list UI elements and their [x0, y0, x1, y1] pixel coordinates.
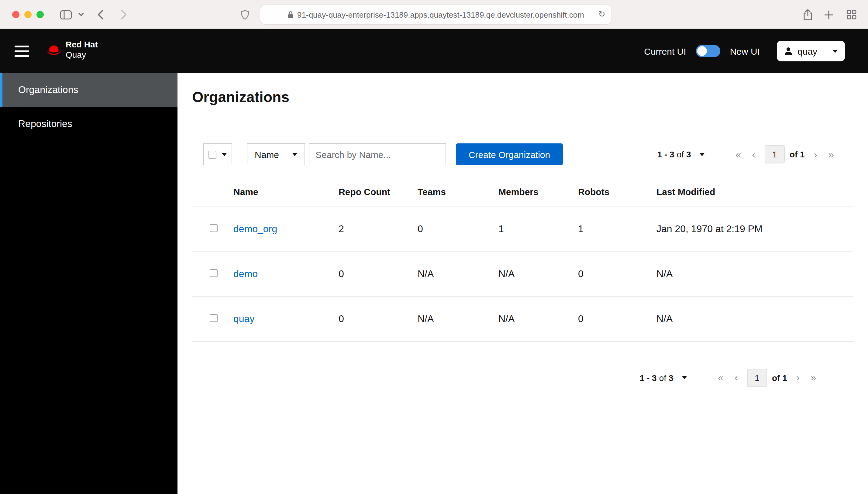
- chevron-down-icon: [700, 153, 704, 156]
- chevron-down-icon: [293, 153, 297, 156]
- pagination-of-word: of: [659, 373, 666, 382]
- next-page-button[interactable]: ›: [791, 373, 805, 383]
- next-page-button[interactable]: ›: [808, 149, 823, 159]
- cell-teams: 0: [418, 207, 498, 251]
- column-header-members: Members: [498, 177, 578, 207]
- browser-toolbar: 91-quay-quay-enterprise-13189.apps.quayt…: [0, 0, 868, 29]
- main-content: Organizations Name Create Organization 1…: [177, 73, 868, 494]
- ui-toggle-switch[interactable]: [696, 45, 720, 57]
- pagination-bottom: 1 - 3 of 3 « ‹ of 1 › »: [640, 368, 822, 387]
- cell-robots: 0: [578, 251, 657, 297]
- select-all-checkbox[interactable]: [208, 150, 216, 158]
- new-tab-icon[interactable]: [824, 0, 833, 29]
- address-bar[interactable]: 91-quay-quay-enterprise-13189.apps.quayt…: [260, 5, 611, 24]
- chevron-down-icon: [682, 376, 687, 379]
- previous-page-button[interactable]: ‹: [729, 373, 743, 383]
- sidebar-chevron-icon[interactable]: [78, 0, 84, 29]
- column-header-repo-count: Repo Count: [339, 177, 418, 207]
- previous-page-button[interactable]: ‹: [747, 149, 761, 159]
- cell-last-modified: Jan 20, 1970 at 2:19 PM: [657, 207, 853, 251]
- cell-repo-count: 0: [339, 297, 418, 341]
- cell-repo-count: 0: [339, 251, 418, 297]
- page-title: Organizations: [192, 89, 853, 106]
- share-icon[interactable]: [803, 0, 813, 29]
- sidebar-item-organizations[interactable]: Organizations: [0, 73, 177, 107]
- cell-members: 1: [498, 207, 578, 251]
- table-header-row: Name Repo Count Teams Members Robots Las…: [192, 177, 853, 207]
- window-controls: [12, 11, 44, 18]
- pagination-range: 1 - 3: [657, 150, 674, 159]
- pagination-top: 1 - 3 of 3 « ‹ of 1 › »: [657, 145, 839, 164]
- create-organization-button[interactable]: Create Organization: [456, 144, 563, 165]
- fullscreen-window-button[interactable]: [36, 11, 44, 18]
- back-button-icon[interactable]: [97, 0, 104, 29]
- tab-overview-icon[interactable]: [847, 0, 856, 29]
- search-input[interactable]: [309, 144, 446, 165]
- nav-toggle-icon[interactable]: [15, 45, 29, 57]
- brand-name-bottom: Quay: [65, 50, 98, 60]
- column-header-robots: Robots: [578, 177, 657, 207]
- pagination-summary-toggle[interactable]: 1 - 3 of 3: [640, 373, 687, 382]
- pagination-of-word: of: [677, 150, 684, 159]
- row-checkbox[interactable]: [210, 269, 218, 277]
- cell-teams: N/A: [418, 297, 498, 341]
- pagination-range: 1 - 3: [640, 373, 657, 382]
- header-select-column: [192, 177, 233, 207]
- privacy-shield-icon[interactable]: [241, 0, 249, 29]
- org-link[interactable]: demo_org: [233, 224, 277, 234]
- row-checkbox[interactable]: [210, 314, 218, 322]
- organizations-table: Name Repo Count Teams Members Robots Las…: [192, 177, 853, 342]
- cell-teams: N/A: [418, 251, 498, 297]
- column-header-name: Name: [233, 177, 339, 207]
- forward-button-icon[interactable]: [120, 0, 127, 29]
- minimize-window-button[interactable]: [24, 11, 32, 18]
- brand-name-top: Red Hat: [65, 39, 98, 50]
- chevron-down-icon: [222, 153, 227, 156]
- current-ui-label: Current UI: [644, 46, 686, 56]
- app-masthead: Red Hat Quay Current UI New UI quay: [0, 29, 868, 73]
- cell-last-modified: N/A: [657, 297, 853, 341]
- table-row: quay 0 N/A N/A 0 N/A: [192, 297, 853, 341]
- pagination-total: 3: [686, 150, 691, 159]
- chevron-down-icon: [833, 50, 837, 53]
- current-page-input[interactable]: [747, 368, 767, 387]
- cell-repo-count: 2: [339, 207, 418, 251]
- current-page-input[interactable]: [765, 145, 785, 164]
- sidebar-item-repositories[interactable]: Repositories: [0, 107, 177, 141]
- total-pages-label: of 1: [772, 373, 787, 382]
- user-menu-button[interactable]: quay: [777, 41, 845, 61]
- sidebar-item-label: Repositories: [18, 118, 72, 129]
- pagination-total: 3: [668, 373, 674, 382]
- org-link[interactable]: demo: [233, 269, 258, 279]
- org-link[interactable]: quay: [233, 314, 254, 324]
- filter-field-label: Name: [255, 149, 279, 159]
- table-row: demo 0 N/A N/A 0 N/A: [192, 251, 853, 297]
- last-page-button[interactable]: »: [805, 373, 822, 383]
- sidebar-nav: Organizations Repositories: [0, 73, 177, 494]
- pagination-nav: « ‹ of 1 › »: [730, 145, 839, 164]
- quay-logo[interactable]: Red Hat Quay: [46, 39, 98, 60]
- bulk-select-dropdown[interactable]: [203, 144, 232, 165]
- header-right-group: Current UI New UI quay: [644, 29, 845, 73]
- reload-icon[interactable]: ↻: [599, 9, 605, 19]
- toggle-knob: [697, 46, 707, 56]
- cell-robots: 1: [578, 207, 657, 251]
- user-icon: [784, 47, 793, 55]
- close-window-button[interactable]: [12, 11, 19, 18]
- cell-members: N/A: [498, 297, 578, 341]
- first-page-button[interactable]: «: [730, 149, 747, 159]
- user-menu-label: quay: [797, 46, 817, 56]
- cell-last-modified: N/A: [657, 251, 853, 297]
- column-header-teams: Teams: [418, 177, 498, 207]
- lock-icon: [287, 11, 294, 19]
- sidebar-toggle-icon[interactable]: [60, 0, 72, 29]
- last-page-button[interactable]: »: [823, 149, 839, 159]
- total-pages-label: of 1: [790, 150, 805, 159]
- first-page-button[interactable]: «: [712, 373, 729, 383]
- filter-field-dropdown[interactable]: Name: [247, 144, 305, 165]
- toolbar: Name Create Organization 1 - 3 of 3 «: [192, 144, 853, 165]
- table-row: demo_org 2 0 1 1 Jan 20, 1970 at 2:19 PM: [192, 207, 853, 251]
- url-text: 91-quay-quay-enterprise-13189.apps.quayt…: [297, 10, 584, 19]
- row-checkbox[interactable]: [210, 224, 218, 232]
- pagination-summary-toggle[interactable]: 1 - 3 of 3: [657, 150, 704, 159]
